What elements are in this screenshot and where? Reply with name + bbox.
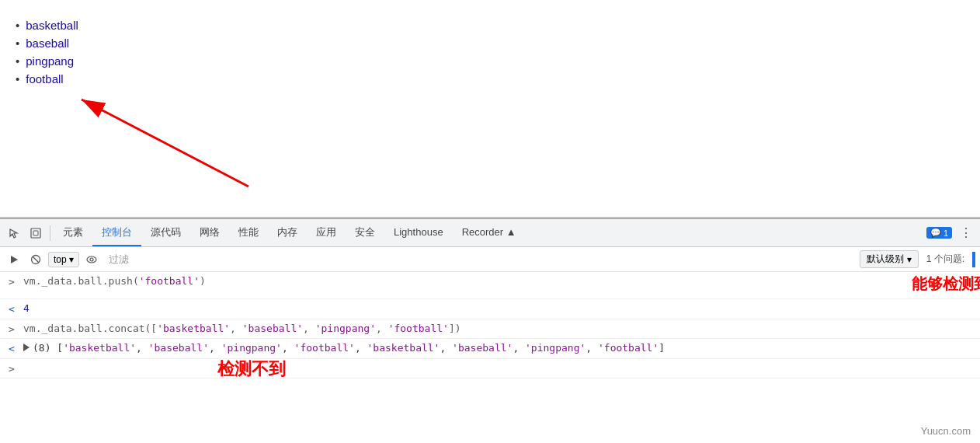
block-button[interactable] (26, 250, 45, 269)
tab-application[interactable]: 应用 (307, 219, 346, 246)
list-item-baseball: baseball (16, 37, 964, 50)
tab-memory[interactable]: 内存 (268, 219, 307, 246)
list-item-football: football (16, 72, 964, 85)
cannot-detect-label: 检测不到 (217, 356, 286, 382)
issues-bar (972, 252, 975, 267)
watermark: Yuucn.com (921, 425, 971, 437)
filter-input[interactable] (104, 252, 857, 267)
tab-network[interactable]: 网络 (190, 219, 229, 246)
tab-recorder[interactable]: Recorder ▲ (453, 219, 526, 246)
log-level-selector[interactable]: 默认级别 ▾ (860, 250, 919, 268)
cursor-icon[interactable] (3, 222, 25, 244)
devtools-tab-right: 💬 1 ⋮ (926, 222, 977, 244)
svg-rect-2 (31, 228, 40, 238)
svg-line-6 (33, 256, 39, 263)
prompt-input-2: > (6, 321, 17, 337)
list-item-pingpang: pingpang (16, 54, 964, 68)
console-row-concat-input: > vm._data.ball.concat(['basketball', 'b… (0, 319, 980, 340)
prompt-empty: > (6, 361, 17, 377)
tab-separator (50, 225, 50, 241)
list-link-football[interactable]: football (26, 72, 63, 85)
console-row-concat-output: < (8) ['basketball', 'baseball', 'pingpa… (0, 339, 980, 359)
devtools-toolbar: top ▾ 默认级别 ▾ 1 个问题: (0, 247, 980, 272)
svg-point-8 (90, 258, 93, 261)
svg-point-7 (87, 256, 96, 263)
message-count: 1 (944, 228, 948, 238)
context-chevron-icon: ▾ (69, 254, 74, 265)
tab-performance[interactable]: 性能 (229, 219, 268, 246)
list-link-pingpang[interactable]: pingpang (26, 54, 74, 68)
prompt-output-2: < (6, 340, 17, 357)
tab-elements[interactable]: 元素 (54, 219, 92, 246)
tab-security[interactable]: 安全 (346, 219, 384, 246)
devtools-tab-bar: 元素 控制台 源代码 网络 性能 内存 应用 安全 Lighthouse Rec… (0, 219, 980, 247)
more-icon[interactable]: ⋮ (955, 222, 977, 244)
list-item-basketball: basketball (16, 19, 964, 32)
message-badge: 💬 1 (926, 227, 952, 239)
svg-line-1 (82, 99, 248, 187)
prompt-output-1: < (6, 301, 17, 317)
list-link-basketball[interactable]: basketball (26, 19, 78, 32)
console-text-concat-result: (8) ['basketball', 'baseball', 'pingpang… (23, 340, 974, 356)
console-text-concat: vm._data.ball.concat(['basketball', 'bas… (23, 321, 974, 337)
console-row-push-input: > vm._data.ball.push('football') 能够检测到 (0, 272, 980, 299)
inspect-icon[interactable] (25, 222, 47, 244)
svg-rect-3 (33, 231, 38, 235)
eye-button[interactable] (82, 250, 101, 269)
level-label: 默认级别 (867, 253, 904, 266)
svg-marker-4 (11, 256, 18, 263)
devtools-panel: 元素 控制台 源代码 网络 性能 内存 应用 安全 Lighthouse Rec… (0, 218, 980, 443)
level-chevron-icon: ▾ (907, 254, 912, 265)
tab-console[interactable]: 控制台 (92, 219, 141, 246)
context-selector[interactable]: top ▾ (48, 252, 79, 267)
issues-count: 1 个问题: (922, 253, 969, 266)
context-label: top (54, 254, 67, 265)
list-items: basketball baseball pingpang football (0, 6, 980, 98)
message-icon: 💬 (930, 228, 941, 238)
list-link-baseball[interactable]: baseball (26, 37, 69, 50)
tab-lighthouse[interactable]: Lighthouse (384, 219, 453, 246)
console-text-push: vm._data.ball.push('football') (23, 274, 896, 289)
prompt-input-1: > (6, 274, 17, 290)
can-detect-label: 能够检测到 (912, 272, 980, 295)
play-button[interactable] (5, 250, 23, 269)
console-text-push-result: 4 (23, 301, 974, 316)
browser-content: basketball baseball pingpang football (0, 0, 980, 218)
console-row-empty: > 检测不到 (0, 359, 980, 379)
tab-sources[interactable]: 源代码 (141, 219, 190, 246)
expand-icon[interactable] (23, 344, 30, 351)
console-output: > vm._data.ball.push('football') 能够检测到 <… (0, 272, 980, 443)
console-row-push-output: < 4 (0, 299, 980, 319)
